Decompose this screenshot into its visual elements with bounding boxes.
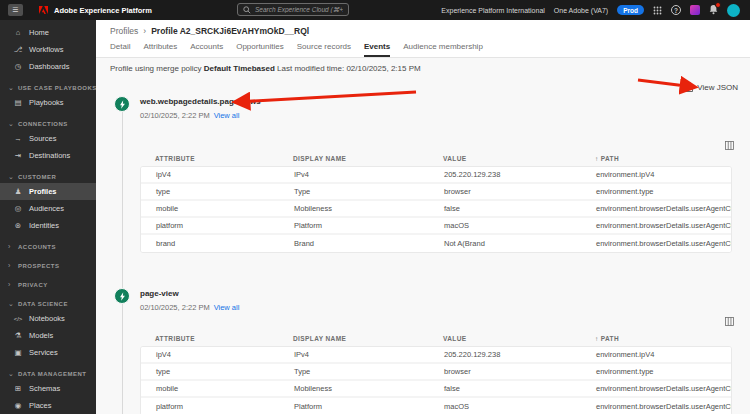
sidebar-item-schemas[interactable]: ⊞Schemas [0,380,96,397]
event-title: page-view [140,289,179,298]
ai-assistant-icon[interactable] [690,5,700,15]
sidebar-section-prospects[interactable]: ›PROSPECTS [0,259,96,272]
timeline-line [122,104,123,414]
schemas-icon: ⊞ [13,384,23,393]
sources-icon: → [13,134,23,143]
sidebar-item-sources[interactable]: →Sources [0,130,96,147]
events-panel: Profile using merge policy Default Timeb… [96,58,750,414]
column-header-value[interactable]: VALUE [428,335,580,342]
workflows-icon: ⎇ [13,45,23,54]
event-attributes-table: ATTRIBUTE DISPLAY NAME VALUE ↑PATH ipV4I… [140,150,732,253]
sidebar-item-places[interactable]: ◉Places [0,397,96,414]
environment-badge[interactable]: Prod [617,5,644,15]
tab-bar: Detail Attributes Accounts Opportunities… [110,42,736,57]
search-box[interactable] [237,3,349,16]
column-header-value[interactable]: VALUE [428,155,580,162]
profiles-icon: ♟ [13,187,23,196]
table-header-row: ATTRIBUTE DISPLAY NAME VALUE ↑PATH [140,330,732,346]
sidebar-item-audiences[interactable]: ◎Audiences [0,200,96,217]
merge-policy-name: Default Timebased [204,64,275,73]
breadcrumb-profiles-link[interactable]: Profiles [110,26,138,36]
table-row[interactable]: ipV4IPv4205.220.129.238environment.ipV4 [141,347,731,364]
sidebar-item-home[interactable]: ⌂Home [0,24,96,41]
sidebar-item-profiles[interactable]: ♟Profiles [0,183,96,200]
table-row[interactable]: brandBrandNot A(Brandenvironment.browser… [141,235,731,252]
table-row[interactable]: mobileMobilenessfalseenvironment.browser… [141,381,731,398]
notebooks-icon: </> [13,316,23,322]
table-row[interactable]: platformPlatformmacOSenvironment.browser… [141,398,731,414]
playbooks-icon: ▤ [13,98,23,107]
sidebar-section-connections[interactable]: ⌄CONNECTIONS [0,117,96,130]
table-row[interactable]: ipV4IPv4205.220.129.238environment.ipV4 [141,167,731,184]
tab-source-records[interactable]: Source records [297,42,351,57]
json-document-icon [685,82,693,92]
chevron-down-icon: ⌄ [8,173,14,181]
destinations-icon: ⇥ [13,151,23,160]
notifications-bell-icon[interactable] [709,5,718,15]
app-switcher-icon[interactable] [653,6,662,15]
tab-detail[interactable]: Detail [110,42,130,57]
lightning-bolt-icon [119,100,126,109]
search-input[interactable] [255,6,343,13]
event-timestamp: 02/10/2025, 2:22 PMView all [140,111,239,120]
org-name[interactable]: Experience Platform International [441,7,545,14]
sidebar-section-data-management[interactable]: ⌄DATA MANAGEMENT [0,367,96,380]
tab-audience-membership[interactable]: Audience membership [403,42,483,57]
view-all-link[interactable]: View all [214,303,240,312]
sidebar-item-models[interactable]: ⚗Models [0,327,96,344]
table-row[interactable]: typeTypebrowserenvironment.type [141,184,731,201]
dashboards-icon: ◷ [13,62,23,71]
column-header-display-name[interactable]: DISPLAY NAME [278,155,428,162]
sidebar-item-identities[interactable]: ⊛Identities [0,217,96,234]
sidebar-section-data-science[interactable]: ⌄DATA SCIENCE [0,297,96,310]
notification-badge [715,2,721,8]
sidebar-item-notebooks[interactable]: </>Notebooks [0,310,96,327]
column-header-attribute[interactable]: ATTRIBUTE [140,155,278,162]
column-header-display-name[interactable]: DISPLAY NAME [278,335,428,342]
tab-opportunities[interactable]: Opportunities [236,42,284,57]
hamburger-menu-button[interactable]: ☰ [8,4,23,16]
sidebar-item-playbooks[interactable]: ▤Playbooks [0,94,96,111]
places-icon: ◉ [13,401,23,410]
sidebar-section-accounts[interactable]: ›ACCOUNTS [0,240,96,253]
adobe-logo-icon [39,6,48,14]
breadcrumb-separator-icon: › [143,26,146,36]
page-header: Profiles › Profile A2_SRCKJi6EvAHYmOkD__… [96,20,750,58]
tab-accounts[interactable]: Accounts [190,42,223,57]
chevron-down-icon: ⌄ [8,120,14,128]
table-row[interactable]: platformPlatformmacOSenvironment.browser… [141,218,731,235]
sidebar-item-destinations[interactable]: ⇥Destinations [0,147,96,164]
sort-ascending-icon: ↑ [595,335,599,342]
audiences-icon: ◎ [13,204,23,213]
column-settings-icon[interactable] [725,312,734,330]
table-header-row: ATTRIBUTE DISPLAY NAME VALUE ↑PATH [140,150,732,166]
sidebar-item-workflows[interactable]: ⎇Workflows [0,41,96,58]
sidebar-item-services[interactable]: ▣Services [0,344,96,361]
column-header-path[interactable]: ↑PATH [580,155,732,162]
view-json-button[interactable]: View JSON [685,82,738,92]
lightning-bolt-icon [119,292,126,301]
view-all-link[interactable]: View all [214,111,240,120]
app-window: ☰ Adobe Experience Platform Experience P… [0,0,750,414]
account-switcher[interactable]: One Adobe (VA7) [554,7,608,14]
chevron-down-icon: ⌄ [8,370,14,378]
sidebar-section-customer[interactable]: ⌄CUSTOMER [0,170,96,183]
home-icon: ⌂ [13,28,23,37]
sidebar-section-use-case-playbooks[interactable]: ⌄USE CASE PLAYBOOKS [0,81,96,94]
event-timestamp: 02/10/2025, 2:22 PMView all [140,303,239,312]
event-title: web.webpagedetails.pageViews [140,97,261,106]
table-row[interactable]: typeTypebrowserenvironment.type [141,364,731,381]
table-row[interactable]: mobileMobilenessfalseenvironment.browser… [141,201,731,218]
user-avatar[interactable] [727,4,740,17]
column-header-path[interactable]: ↑PATH [580,335,732,342]
chevron-right-icon: › [8,262,14,269]
sort-ascending-icon: ↑ [595,155,599,162]
help-icon[interactable]: ? [671,5,681,15]
event-icon [114,96,130,112]
sidebar-item-dashboards[interactable]: ◷Dashboards [0,58,96,75]
column-header-attribute[interactable]: ATTRIBUTE [140,335,278,342]
top-bar: ☰ Adobe Experience Platform Experience P… [0,0,750,20]
tab-events[interactable]: Events [364,42,390,57]
tab-attributes[interactable]: Attributes [143,42,177,57]
sidebar-section-privacy[interactable]: ›PRIVACY [0,278,96,291]
